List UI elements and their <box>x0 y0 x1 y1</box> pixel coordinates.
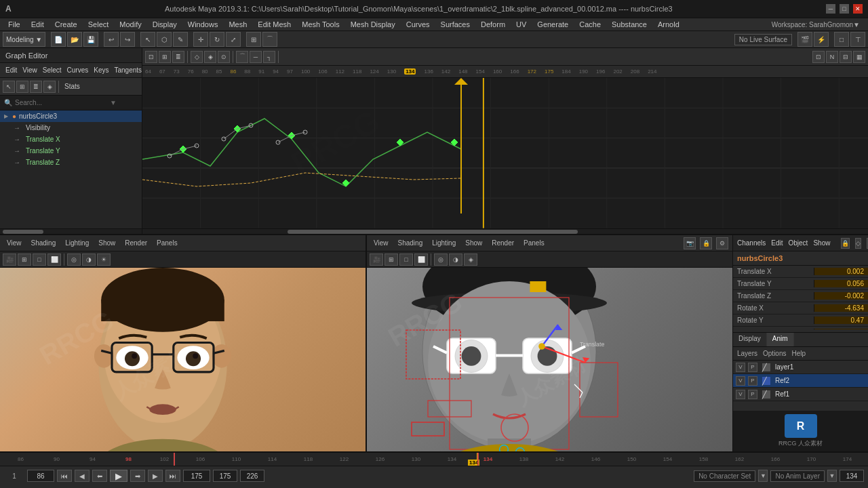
vp-right-panels[interactable]: Panels <box>521 238 547 248</box>
channel-value-ry[interactable]: 0.47 <box>814 317 868 324</box>
channel-row-ty[interactable]: Translate Y 0.056 <box>733 278 868 290</box>
vp-left-cam-btn[interactable]: 🎥 <box>3 253 16 266</box>
layer-opt-options[interactable]: Options <box>763 350 786 357</box>
persp-btn[interactable]: □ <box>834 32 849 47</box>
graph-list-btn[interactable]: ≣ <box>172 51 184 63</box>
menu-select[interactable]: Select <box>83 19 115 30</box>
menu-deform[interactable]: Deform <box>475 19 511 30</box>
menu-arnold[interactable]: Arnold <box>652 19 685 30</box>
snap-curve-btn[interactable]: ⌒ <box>262 32 277 47</box>
menu-uv[interactable]: UV <box>511 19 532 30</box>
channel-row-rx[interactable]: Rotate X -4.634 <box>733 302 868 314</box>
graph-menu-keys[interactable]: Keys <box>91 66 111 75</box>
vp-right-isolate-btn[interactable]: ◎ <box>434 253 448 266</box>
channel-row-tx[interactable]: Translate X 0.002 <box>733 266 868 278</box>
graph-canvas[interactable]: RRCG <box>142 78 868 228</box>
vp-left-wire-btn[interactable]: □ <box>33 253 46 266</box>
vp-right-lighting[interactable]: Lighting <box>429 238 458 248</box>
layer-p-btn-3[interactable]: P <box>748 390 757 399</box>
channel-row-tz[interactable]: Translate Z -0.002 <box>733 290 868 302</box>
vp-right-wire-btn[interactable]: □ <box>399 253 413 266</box>
search-dropdown-icon[interactable]: ▼ <box>110 99 117 106</box>
graph-menu-curves[interactable]: Curves <box>64 66 92 75</box>
maximize-button[interactable]: □ <box>840 4 849 14</box>
ch-show-label[interactable]: Show <box>813 239 830 247</box>
ch-tab-display[interactable]: Display <box>733 333 767 346</box>
graph-tool-1[interactable]: ↖ <box>3 81 15 93</box>
vp-left-shading[interactable]: Shading <box>28 238 59 248</box>
graph-search-input[interactable] <box>15 99 110 106</box>
tl-next-frame-btn[interactable]: ➡ <box>130 470 145 482</box>
ch-lock-icon[interactable]: 🔒 <box>841 238 850 249</box>
menu-file[interactable]: File <box>3 19 26 30</box>
vp-left-light-btn[interactable]: ☀ <box>97 253 111 266</box>
paint-btn[interactable]: ✎ <box>173 32 188 47</box>
layer-v-btn-2[interactable]: V <box>736 376 745 386</box>
vp-left-render[interactable]: Render <box>122 238 150 248</box>
snap-grid-btn[interactable]: ⊞ <box>246 32 261 47</box>
ipr-btn[interactable]: ⚡ <box>814 32 829 47</box>
rotate-btn[interactable]: ↻ <box>210 32 224 47</box>
vp-right-shade-btn[interactable]: ◑ <box>449 253 462 266</box>
layer-p-btn-1[interactable]: P <box>748 363 757 372</box>
channel-value-rx[interactable]: -4.634 <box>814 304 868 312</box>
vp-left-grid-btn[interactable]: ⊞ <box>18 253 31 266</box>
vp-right-canvas[interactable]: Translate RRCG 人众素材 <box>367 268 732 451</box>
menu-modify[interactable]: Modify <box>114 19 146 30</box>
tl-play-btn[interactable]: ▶ <box>110 470 127 482</box>
vp-right-grid-btn[interactable]: ⊞ <box>384 253 398 266</box>
scale-btn[interactable]: ⤢ <box>226 32 241 47</box>
vp-left-show[interactable]: Show <box>96 238 118 248</box>
menu-mesh[interactable]: Mesh <box>223 19 252 30</box>
timeline-ruler[interactable]: 86 90 94 98 102 106 110 114 118 122 126 … <box>0 453 868 466</box>
tl-anim-dropdown[interactable]: ▼ <box>827 470 837 482</box>
tree-item-translatey[interactable]: → Translate Y <box>0 145 142 157</box>
menu-create[interactable]: Create <box>50 19 83 30</box>
layer-v-btn-1[interactable]: V <box>736 363 745 372</box>
vp-right-view[interactable]: View <box>371 238 391 248</box>
mode-dropdown[interactable]: Modeling ▼ <box>3 32 45 47</box>
graph-hscroll-thumb[interactable] <box>288 230 578 234</box>
ch-key-icon[interactable]: ◇ <box>855 238 861 249</box>
vp-left-lighting[interactable]: Lighting <box>62 238 92 248</box>
menu-curves[interactable]: Curves <box>401 19 435 30</box>
graph-hscroll[interactable] <box>142 228 868 234</box>
menu-windows[interactable]: Windows <box>182 19 224 30</box>
graph-menu-tangents[interactable]: Tangents <box>111 66 144 75</box>
redo-btn[interactable]: ↪ <box>120 32 135 47</box>
graph-menu-edit[interactable]: Edit <box>3 66 20 75</box>
tl-end-input[interactable] <box>183 470 210 482</box>
ch-tab-anim[interactable]: Anim <box>767 333 794 346</box>
tl-step-fwd-btn[interactable]: ⏭ <box>165 470 180 482</box>
graph-driven-btn[interactable]: ⊙ <box>218 51 230 63</box>
channel-value-tz[interactable]: -0.002 <box>814 292 868 300</box>
graph-tool-2[interactable]: ⊞ <box>16 81 28 93</box>
graph-tangent-btn[interactable]: ⌒ <box>236 51 248 63</box>
menu-mesh-display[interactable]: Mesh Display <box>345 19 401 30</box>
graph-step-btn[interactable]: ┐ <box>263 51 275 63</box>
vp-right-cam-btn[interactable]: 🎥 <box>370 253 383 266</box>
tree-item-translatez[interactable]: → Translate Z <box>0 157 142 168</box>
tree-item-visibility[interactable]: → Visibility <box>0 122 142 134</box>
menu-display[interactable]: Display <box>147 19 182 30</box>
layer-row-3[interactable]: V P ╱ Ref1 <box>733 388 868 401</box>
menu-cache[interactable]: Cache <box>574 19 606 30</box>
minimize-button[interactable]: ─ <box>826 4 835 14</box>
lasso-btn[interactable]: ⬡ <box>157 32 172 47</box>
channel-value-ty[interactable]: 0.056 <box>814 280 868 287</box>
vp-left-canvas[interactable]: RRCG 人众素材 <box>0 268 366 451</box>
graph-center-btn[interactable]: ⊞ <box>159 51 171 63</box>
vp-left-view[interactable]: View <box>4 238 24 248</box>
graph-menu-view[interactable]: View <box>20 66 40 75</box>
graph-zoom-fit-btn[interactable]: ⊡ <box>812 51 825 63</box>
select-tool-btn[interactable]: ↖ <box>140 32 155 47</box>
menu-substance[interactable]: Substance <box>606 19 652 30</box>
layer-p-btn-2[interactable]: P <box>748 376 757 386</box>
channel-row-ry[interactable]: Rotate Y 0.47 <box>733 314 868 327</box>
layer-opt-help[interactable]: Help <box>791 350 806 357</box>
menu-generate[interactable]: Generate <box>532 19 574 30</box>
menu-edit-mesh[interactable]: Edit Mesh <box>252 19 296 30</box>
channel-value-rz[interactable]: 4.083 <box>814 329 868 329</box>
close-button[interactable]: ✕ <box>853 4 863 14</box>
ch-object-label[interactable]: Object <box>789 239 808 247</box>
